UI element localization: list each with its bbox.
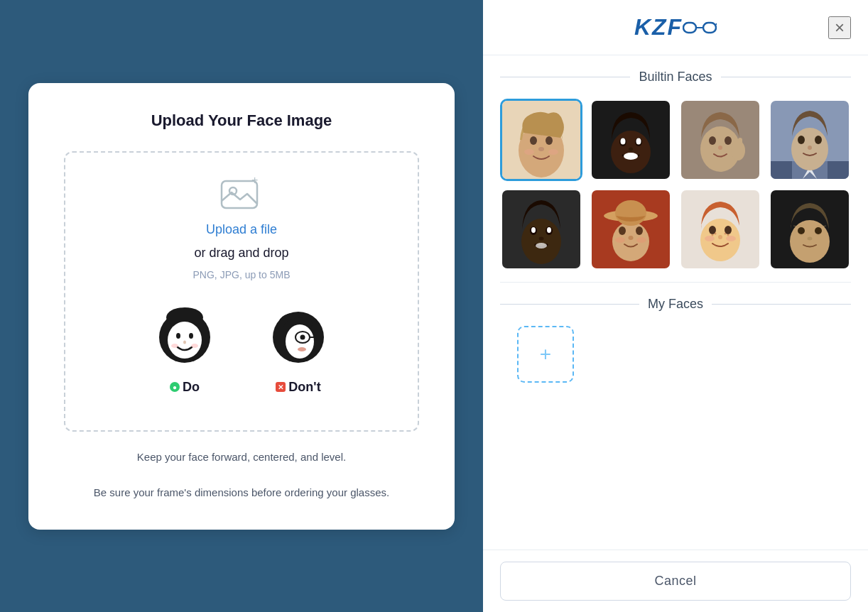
svg-point-48	[808, 146, 812, 150]
app-logo: KZF	[634, 14, 717, 40]
left-panel: Upload Your Face Image + Upload a file o…	[0, 0, 483, 612]
hint-text-2: Be sure your frame's dimensions before o…	[64, 484, 419, 501]
svg-point-61	[619, 226, 626, 235]
face-thumb-5[interactable]	[500, 188, 582, 271]
svg-point-76	[727, 234, 729, 236]
divider-right	[721, 77, 851, 77]
svg-point-71	[705, 236, 715, 241]
svg-point-25	[524, 149, 534, 155]
builtin-divider: Builtin Faces	[500, 70, 851, 84]
my-faces-divider: My Faces	[500, 297, 851, 312]
svg-point-12	[286, 324, 314, 359]
svg-line-19	[716, 23, 717, 25]
do-example: ● Do	[149, 303, 220, 395]
drop-zone[interactable]: + Upload a file or drag and drop PNG, JP…	[64, 151, 419, 432]
do-dot: ●	[170, 382, 180, 392]
dont-illustration	[263, 303, 334, 374]
svg-rect-16	[683, 23, 696, 33]
svg-point-60	[615, 200, 646, 226]
close-button[interactable]: ×	[828, 16, 851, 39]
svg-point-64	[615, 237, 625, 243]
svg-point-62	[636, 226, 643, 235]
svg-point-53	[531, 227, 536, 233]
svg-point-55	[539, 237, 544, 241]
svg-point-81	[808, 237, 813, 241]
file-types-text: PNG, JPG, up to 5MB	[193, 269, 291, 280]
dont-label: Don't	[288, 380, 320, 395]
svg-point-75	[725, 233, 727, 235]
dont-label-container: ✕ Don't	[276, 380, 320, 395]
right-panel: KZF × Builtin Faces	[483, 0, 868, 612]
svg-point-6	[176, 333, 180, 339]
right-header: KZF ×	[483, 0, 868, 55]
svg-point-24	[538, 147, 544, 151]
dont-example: ✕ Don't	[263, 303, 334, 395]
svg-point-7	[189, 333, 193, 339]
cancel-button[interactable]: Cancel	[500, 562, 851, 601]
svg-rect-17	[703, 23, 716, 33]
svg-point-33	[629, 148, 633, 151]
drag-drop-text: or drag and drop	[194, 246, 288, 261]
svg-point-73	[712, 234, 714, 236]
svg-point-31	[621, 138, 626, 145]
builtin-faces-grid	[500, 99, 851, 271]
svg-point-9	[171, 344, 178, 348]
upload-icon: +	[219, 174, 264, 214]
svg-point-56	[536, 243, 547, 248]
svg-point-15	[298, 347, 306, 351]
svg-point-65	[636, 237, 646, 243]
face-thumb-7[interactable]	[679, 188, 761, 271]
svg-point-47	[815, 136, 822, 144]
face-thumb-3[interactable]	[679, 99, 761, 181]
do-label: Do	[183, 380, 200, 395]
svg-point-14	[300, 334, 305, 339]
my-divider-right	[712, 304, 851, 305]
svg-point-34	[624, 153, 638, 160]
dont-dot: ✕	[276, 382, 286, 392]
svg-point-80	[815, 227, 822, 234]
faces-section: Builtin Faces	[483, 55, 868, 550]
svg-point-63	[629, 236, 634, 240]
svg-point-70	[718, 235, 722, 239]
svg-point-46	[798, 136, 805, 144]
cancel-footer: Cancel	[483, 550, 868, 612]
logo-text: KZF	[634, 14, 683, 40]
svg-point-74	[715, 233, 717, 235]
svg-point-28	[611, 131, 651, 173]
face-thumb-6[interactable]	[590, 188, 672, 271]
svg-point-22	[530, 136, 537, 145]
add-face-button[interactable]: +	[517, 326, 574, 383]
svg-point-39	[718, 146, 722, 150]
upload-title: Upload Your Face Image	[64, 111, 419, 130]
examples-row: ● Do	[149, 303, 334, 395]
svg-point-23	[546, 136, 553, 145]
svg-point-79	[798, 227, 805, 234]
svg-text:+: +	[251, 174, 258, 186]
divider-left	[500, 77, 630, 77]
face-thumb-2[interactable]	[590, 99, 672, 181]
face-thumb-4[interactable]	[769, 99, 851, 181]
svg-point-50	[521, 219, 561, 264]
svg-point-10	[191, 344, 198, 348]
my-divider-left	[500, 304, 639, 305]
svg-point-37	[709, 136, 716, 145]
hint-text-1: Keep your face forward, centered, and le…	[64, 449, 419, 466]
add-face-icon: +	[540, 344, 551, 364]
svg-point-32	[636, 138, 641, 145]
svg-point-26	[548, 149, 558, 155]
svg-point-72	[726, 236, 736, 241]
upload-card: Upload Your Face Image + Upload a file o…	[28, 83, 455, 530]
svg-point-38	[725, 136, 732, 145]
face-thumb-1[interactable]	[500, 99, 582, 181]
my-faces-grid: +	[500, 326, 851, 397]
do-label-container: ● Do	[170, 380, 200, 395]
upload-link[interactable]: Upload a file	[206, 222, 277, 237]
face-thumb-8[interactable]	[769, 188, 851, 271]
builtin-section-title: Builtin Faces	[639, 70, 712, 84]
do-illustration	[149, 303, 220, 374]
svg-point-8	[183, 340, 186, 344]
svg-point-5	[168, 322, 202, 359]
logo-glasses	[683, 16, 717, 42]
svg-point-54	[547, 227, 551, 233]
my-faces-section-title: My Faces	[648, 297, 703, 312]
